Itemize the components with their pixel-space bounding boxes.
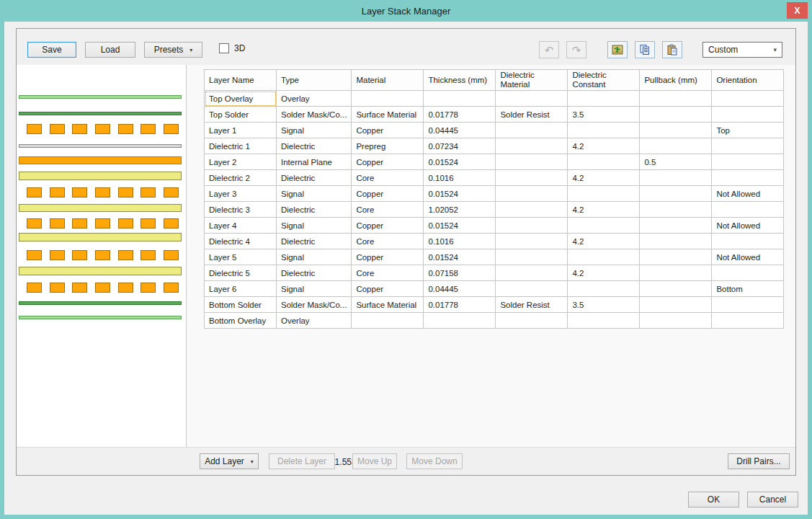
table-cell[interactable]: Top Solder xyxy=(205,107,277,123)
table-cell[interactable]: 4.2 xyxy=(568,138,640,154)
table-cell[interactable] xyxy=(568,186,640,202)
table-cell[interactable] xyxy=(352,313,424,329)
table-cell[interactable]: Layer 3 xyxy=(205,186,277,202)
table-cell[interactable]: Copper xyxy=(352,154,424,170)
table-cell[interactable] xyxy=(712,202,784,218)
table-cell[interactable]: 0.01778 xyxy=(424,297,496,313)
table-cell[interactable] xyxy=(496,202,568,218)
table-cell[interactable]: Solder Mask/Co... xyxy=(277,107,352,123)
redo-button[interactable]: ↷ xyxy=(566,41,586,58)
table-cell[interactable]: Copper xyxy=(352,281,424,297)
table-cell[interactable] xyxy=(640,138,712,154)
table-cell[interactable]: Not Allowed xyxy=(712,186,784,202)
close-button[interactable]: X xyxy=(787,2,808,19)
table-cell[interactable] xyxy=(496,123,568,138)
table-cell[interactable]: Not Allowed xyxy=(712,249,784,265)
table-cell[interactable] xyxy=(496,249,568,265)
table-cell[interactable] xyxy=(496,265,568,281)
table-cell[interactable] xyxy=(640,186,712,202)
table-cell[interactable]: Signal xyxy=(277,281,352,297)
table-cell[interactable]: 0.04445 xyxy=(424,123,496,138)
table-cell[interactable] xyxy=(568,313,640,329)
table-cell[interactable]: Top Overlay xyxy=(205,91,277,107)
table-cell[interactable]: 0.1016 xyxy=(424,234,496,249)
table-cell[interactable]: Signal xyxy=(277,186,352,202)
table-cell[interactable]: Dielectric xyxy=(277,265,352,281)
table-cell[interactable]: Top xyxy=(712,123,784,138)
table-cell[interactable]: Core xyxy=(352,265,424,281)
table-cell[interactable]: Solder Mask/Co... xyxy=(277,297,352,313)
table-cell[interactable] xyxy=(712,170,784,186)
table-cell[interactable] xyxy=(352,91,424,107)
table-cell[interactable]: Dielectric 1 xyxy=(205,138,277,154)
table-cell[interactable] xyxy=(496,138,568,154)
table-cell[interactable] xyxy=(712,91,784,107)
table-cell[interactable]: Copper xyxy=(352,186,424,202)
table-cell[interactable] xyxy=(424,313,496,329)
table-cell[interactable]: Solder Resist xyxy=(496,297,568,313)
table-cell[interactable]: 0.04445 xyxy=(424,281,496,297)
table-cell[interactable] xyxy=(496,154,568,170)
3d-checkbox[interactable]: 3D xyxy=(219,43,245,53)
table-cell[interactable] xyxy=(640,123,712,138)
table-cell[interactable]: 3.5 xyxy=(568,297,640,313)
table-cell[interactable] xyxy=(712,297,784,313)
table-cell[interactable] xyxy=(496,234,568,249)
table-cell[interactable]: 4.2 xyxy=(568,265,640,281)
table-cell[interactable] xyxy=(712,313,784,329)
table-cell[interactable] xyxy=(568,281,640,297)
table-cell[interactable] xyxy=(496,281,568,297)
add-layer-dropdown-button[interactable]: Add Layer ▾ xyxy=(200,453,259,469)
table-cell[interactable] xyxy=(640,218,712,234)
table-cell[interactable] xyxy=(496,186,568,202)
table-cell[interactable]: Copper xyxy=(352,123,424,138)
table-cell[interactable]: Dielectric 5 xyxy=(205,265,277,281)
table-cell[interactable]: Copper xyxy=(352,249,424,265)
table-cell[interactable]: Layer 2 xyxy=(205,154,277,170)
table-cell[interactable] xyxy=(640,202,712,218)
table-cell[interactable] xyxy=(568,218,640,234)
table-cell[interactable]: Surface Material xyxy=(352,297,424,313)
table-cell[interactable]: 0.01524 xyxy=(424,218,496,234)
table-cell[interactable]: Dielectric 4 xyxy=(205,234,277,249)
table-cell[interactable]: Bottom Overlay xyxy=(205,313,277,329)
table-cell[interactable]: Dielectric xyxy=(277,170,352,186)
table-cell[interactable] xyxy=(568,91,640,107)
table-cell[interactable]: Signal xyxy=(277,218,352,234)
table-cell[interactable] xyxy=(712,154,784,170)
table-cell[interactable] xyxy=(640,249,712,265)
table-cell[interactable] xyxy=(640,107,712,123)
table-cell[interactable]: 0.01524 xyxy=(424,154,496,170)
table-cell[interactable]: Not Allowed xyxy=(712,218,784,234)
table-cell[interactable] xyxy=(640,170,712,186)
table-cell[interactable]: 0.01778 xyxy=(424,107,496,123)
table-cell[interactable] xyxy=(496,170,568,186)
table-cell[interactable]: Bottom xyxy=(712,281,784,297)
profile-select[interactable]: Custom ▾ xyxy=(702,42,782,58)
table-cell[interactable]: 0.5 xyxy=(640,154,712,170)
table-cell[interactable]: Dielectric xyxy=(277,202,352,218)
table-cell[interactable]: Solder Resist xyxy=(496,107,568,123)
table-cell[interactable]: 4.2 xyxy=(568,234,640,249)
title-bar[interactable]: Layer Stack Manager X xyxy=(0,0,812,22)
table-cell[interactable]: Core xyxy=(352,170,424,186)
table-cell[interactable]: Dielectric 2 xyxy=(205,170,277,186)
table-cell[interactable]: Core xyxy=(352,202,424,218)
table-cell[interactable]: 4.2 xyxy=(568,202,640,218)
table-cell[interactable]: Bottom Solder xyxy=(205,297,277,313)
table-cell[interactable]: Layer 1 xyxy=(205,123,277,138)
table-cell[interactable] xyxy=(568,249,640,265)
table-cell[interactable]: Dielectric xyxy=(277,138,352,154)
table-cell[interactable] xyxy=(712,265,784,281)
table-cell[interactable]: 0.01524 xyxy=(424,186,496,202)
table-cell[interactable]: Dielectric 3 xyxy=(205,202,277,218)
table-cell[interactable] xyxy=(424,91,496,107)
paste-button[interactable] xyxy=(662,41,682,58)
table-cell[interactable]: Dielectric xyxy=(277,234,352,249)
table-cell[interactable]: Overlay xyxy=(277,91,352,107)
cancel-button[interactable]: Cancel xyxy=(747,492,798,507)
table-cell[interactable]: Layer 4 xyxy=(205,218,277,234)
table-cell[interactable] xyxy=(640,297,712,313)
table-cell[interactable] xyxy=(712,234,784,249)
table-cell[interactable]: 0.07158 xyxy=(424,265,496,281)
